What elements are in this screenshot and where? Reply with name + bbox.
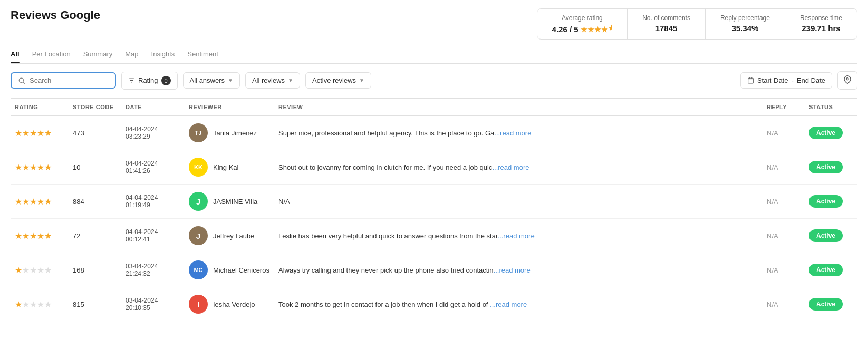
tab-insights[interactable]: Insights [151, 46, 175, 63]
tab-all[interactable]: All [11, 46, 20, 63]
avg-rating-stat: Average rating 4.26 / 5 ★★★★★ [537, 9, 628, 39]
col-header-store: STORE CODE [69, 99, 121, 116]
reviewer-cell: J JASMINE Villa [185, 185, 274, 219]
review-text: Super nice, professional and helpful age… [278, 129, 494, 137]
reviewer-name: Tania Jiménez [213, 129, 257, 137]
reply-value: N/A [767, 198, 778, 206]
store-code-cell: 10 [69, 150, 121, 185]
col-header-rating: RATING [11, 99, 69, 116]
reviewer-cell: MC Michael Ceniceros [185, 253, 274, 287]
store-code-cell: 815 [69, 287, 121, 322]
table-row: ★★★★★ 72 04-04-2024 00:12:41 J Jeffrey L… [11, 219, 857, 253]
store-code-cell: 72 [69, 219, 121, 253]
read-more-link[interactable]: ...read more [494, 266, 531, 274]
avatar: J [189, 192, 208, 211]
read-more-link[interactable]: ...read more [494, 129, 531, 137]
svg-rect-5 [748, 78, 754, 83]
status-badge: Active [809, 127, 843, 139]
col-header-review: REVIEW [274, 99, 763, 116]
review-cell: Leslie has been very helpful and quick t… [274, 219, 763, 253]
read-more-link[interactable]: ...read more [492, 163, 529, 171]
read-more-link[interactable]: ...read more [498, 232, 535, 240]
review-text: Shout out to jovanny for coming in clutc… [278, 163, 492, 171]
table-row: ★★★★★ 10 04-04-2024 01:41:26 KK King Kai… [11, 150, 857, 185]
comments-value: 17845 [642, 24, 690, 33]
rating-cell: ★★★★★ [11, 116, 69, 150]
reply-cell: N/A [763, 116, 805, 150]
review-text: Leslie has been very helpful and quick t… [278, 232, 498, 240]
search-icon [18, 77, 25, 84]
status-cell: Active [805, 219, 857, 253]
response-stat: Response time 239.71 hrs [785, 9, 857, 39]
all-answers-dropdown[interactable]: All answers ▼ [183, 72, 240, 89]
avatar: J [189, 226, 208, 245]
tab-per-location[interactable]: Per Location [32, 46, 71, 63]
reply-cell: N/A [763, 287, 805, 322]
table-row: ★★★★★ 815 03-04-2024 20:10:35 I Iesha Ve… [11, 287, 857, 322]
reviewer-name: King Kai [213, 163, 238, 171]
reviews-table: RATING STORE CODE DATE REVIEWER REVIEW R… [11, 98, 857, 321]
avatar: KK [189, 158, 208, 177]
status-cell: Active [805, 185, 857, 219]
reply-value: 35.34% [720, 24, 770, 33]
reviewer-name: JASMINE Villa [213, 198, 257, 206]
svg-line-1 [23, 82, 25, 83]
active-reviews-dropdown[interactable]: Active reviews ▼ [305, 72, 371, 89]
avg-rating-stars: ★★★★★ [581, 25, 612, 34]
date-cell: 04-04-2024 01:19:49 [121, 185, 185, 219]
review-cell: Always try calling and they never pick u… [274, 253, 763, 287]
review-cell: Took 2 months to get in contact for a jo… [274, 287, 763, 322]
reply-value: N/A [767, 300, 778, 308]
reviewer-name: Iesha Verdejo [213, 300, 255, 308]
avg-rating-value: 4.26 / 5 ★★★★★ [552, 24, 613, 34]
review-cell: Shout out to jovanny for coming in clutc… [274, 150, 763, 185]
response-label: Response time [800, 14, 842, 22]
review-cell: Super nice, professional and helpful age… [274, 116, 763, 150]
page-title: Reviews Google [11, 8, 100, 22]
status-badge: Active [809, 161, 843, 173]
reviewer-cell: KK King Kai [185, 150, 274, 185]
rating-cell: ★★★★★ [11, 150, 69, 185]
search-box[interactable] [11, 72, 116, 89]
review-text: Took 2 months to get in contact for a jo… [278, 300, 490, 308]
rating-filter-badge: 0 [161, 76, 171, 85]
rating-cell: ★★★★★ [11, 253, 69, 287]
location-icon [843, 75, 852, 84]
rating-filter-label: Rating [138, 76, 158, 84]
stats-panel: Average rating 4.26 / 5 ★★★★★ No. of com… [537, 8, 857, 40]
status-badge: Active [809, 298, 843, 311]
col-header-date: DATE [121, 99, 185, 116]
comments-label: No. of comments [642, 14, 690, 22]
rating-cell: ★★★★★ [11, 185, 69, 219]
comments-stat: No. of comments 17845 [628, 9, 706, 39]
reply-value: N/A [767, 232, 778, 240]
read-more-link[interactable]: ...read more [490, 300, 527, 308]
reply-cell: N/A [763, 185, 805, 219]
tab-map[interactable]: Map [125, 46, 138, 63]
review-text: Always try calling and they never pick u… [278, 266, 494, 274]
rating-filter-button[interactable]: Rating 0 [121, 72, 178, 90]
reviewer-name: Michael Ceniceros [213, 266, 269, 274]
all-reviews-dropdown[interactable]: All reviews ▼ [245, 72, 300, 89]
store-code-cell: 473 [69, 116, 121, 150]
status-badge: Active [809, 229, 843, 242]
avg-rating-label: Average rating [552, 14, 613, 22]
chevron-down-icon: ▼ [359, 77, 364, 83]
table-row: ★★★★★ 884 04-04-2024 01:19:49 J JASMINE … [11, 185, 857, 219]
date-range-button[interactable]: Start Date - End Date [740, 72, 832, 89]
reply-value: N/A [767, 163, 778, 171]
tab-sentiment[interactable]: Sentiment [187, 46, 218, 63]
search-input[interactable] [30, 76, 109, 84]
reviewer-cell: J Jeffrey Laube [185, 219, 274, 253]
filter-icon [128, 77, 135, 84]
avatar: I [189, 295, 208, 314]
tab-summary[interactable]: Summary [83, 46, 113, 63]
active-reviews-label: Active reviews [312, 76, 356, 84]
date-cell: 04-04-2024 03:23:29 [121, 116, 185, 150]
location-button[interactable] [837, 71, 857, 90]
avatar: TJ [189, 123, 208, 142]
status-cell: Active [805, 287, 857, 322]
reply-label: Reply percentage [720, 14, 770, 22]
all-answers-label: All answers [190, 76, 225, 84]
date-cell: 04-04-2024 00:12:41 [121, 219, 185, 253]
